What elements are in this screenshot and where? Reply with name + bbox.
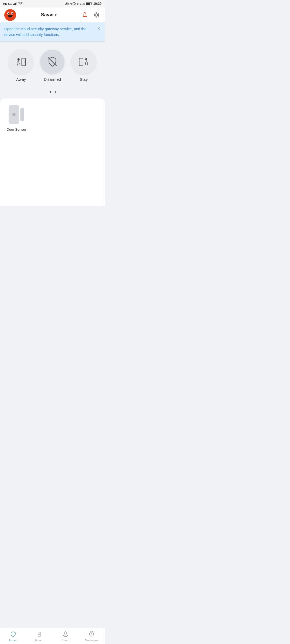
app-title-text: Savvi bbox=[41, 12, 53, 18]
notification-close-button[interactable]: × bbox=[97, 26, 100, 31]
bluetooth-icon: ★ bbox=[77, 2, 79, 5]
away-mode-circle bbox=[9, 50, 33, 74]
notification-banner: Open the cloud security gateway service,… bbox=[0, 23, 105, 42]
signal-bars bbox=[13, 2, 17, 5]
away-mode-label: Away bbox=[16, 77, 26, 82]
svg-point-5 bbox=[66, 3, 68, 5]
alarm-button[interactable] bbox=[81, 11, 89, 19]
eye-icon bbox=[65, 2, 69, 5]
time-display: 10:30 bbox=[93, 2, 102, 6]
app-logo[interactable] bbox=[4, 9, 16, 21]
device-list: Door Sensor bbox=[0, 98, 105, 206]
stay-mode-button[interactable]: Stay bbox=[72, 50, 96, 82]
svg-point-16 bbox=[24, 62, 25, 63]
notification-text: Open the cloud security gateway service,… bbox=[4, 26, 94, 38]
away-mode-button[interactable]: Away bbox=[9, 50, 33, 82]
status-bar: HD 5G N bbox=[0, 0, 105, 8]
hd-indicator: HD bbox=[3, 2, 7, 5]
title-dropdown-arrow: ▾ bbox=[55, 13, 56, 17]
count-indicator[interactable]: ▼ 0 bbox=[0, 87, 105, 98]
svg-line-17 bbox=[48, 58, 56, 66]
disarmed-mode-circle bbox=[40, 50, 64, 74]
svg-point-13 bbox=[96, 14, 98, 16]
svg-rect-9 bbox=[92, 3, 92, 4]
svg-point-20 bbox=[82, 62, 82, 63]
status-right: N ★ 71% 10:30 bbox=[65, 2, 102, 6]
wifi-icon bbox=[18, 2, 23, 5]
battery-graphic bbox=[86, 2, 92, 5]
svg-point-19 bbox=[85, 58, 87, 60]
status-left: HD 5G bbox=[3, 2, 23, 5]
count-arrow-icon: ▼ bbox=[49, 90, 52, 94]
stay-mode-circle bbox=[72, 50, 96, 74]
disarmed-mode-button[interactable]: Disarmed bbox=[40, 50, 64, 82]
svg-line-11 bbox=[84, 12, 84, 13]
door-sensor-item[interactable]: Door Sensor bbox=[4, 104, 28, 131]
count-number: 0 bbox=[54, 90, 56, 94]
app-title-dropdown[interactable]: Savvi ▾ bbox=[41, 12, 56, 18]
svg-rect-0 bbox=[13, 4, 14, 5]
battery-icon: 71% bbox=[80, 2, 85, 5]
svg-rect-8 bbox=[86, 3, 90, 5]
settings-button[interactable] bbox=[93, 11, 100, 19]
disarmed-mode-label: Disarmed bbox=[44, 77, 61, 82]
alarm-status-icon bbox=[73, 2, 76, 5]
svg-line-12 bbox=[86, 12, 86, 13]
svg-rect-1 bbox=[14, 3, 15, 5]
security-modes-section: Away Disarmed bbox=[0, 42, 105, 87]
door-sensor-label: Door Sensor bbox=[7, 127, 26, 131]
nfc-icon: N bbox=[70, 2, 72, 5]
svg-point-15 bbox=[17, 58, 20, 60]
app-header: Savvi ▾ bbox=[0, 8, 105, 23]
svg-rect-2 bbox=[15, 3, 16, 5]
header-actions bbox=[81, 11, 100, 19]
svg-rect-3 bbox=[16, 2, 17, 5]
signal-5g: 5G bbox=[8, 2, 12, 5]
stay-mode-label: Stay bbox=[80, 77, 88, 82]
door-sensor-icon bbox=[7, 104, 26, 125]
